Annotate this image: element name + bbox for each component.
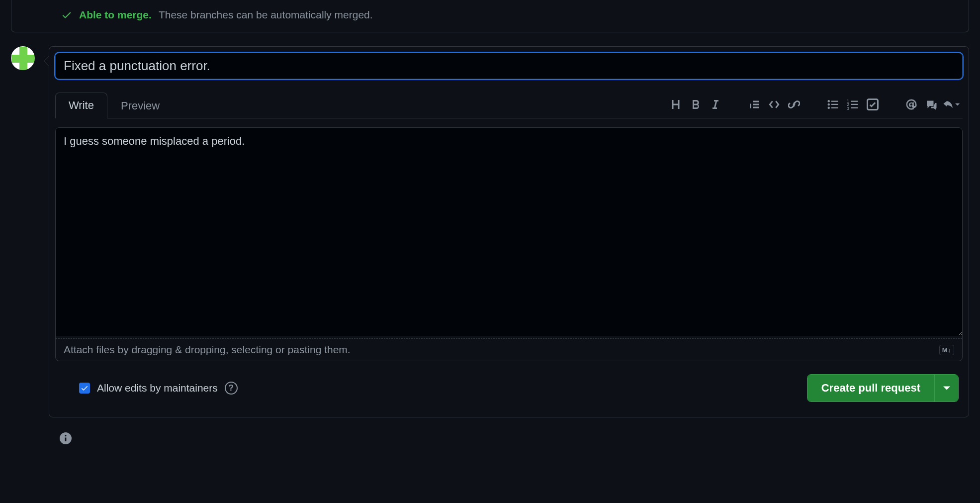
code-icon[interactable] [766, 96, 783, 113]
markdown-supported-icon[interactable]: M↓ [939, 345, 954, 355]
create-pr-button-group: Create pull request [807, 374, 959, 402]
italic-icon[interactable] [707, 96, 724, 113]
allow-edits-row: Allow edits by maintainers ? [79, 382, 238, 395]
markdown-toolbar: 123 [667, 96, 963, 118]
unordered-list-icon[interactable] [824, 96, 841, 113]
attach-files-hint: Attach files by dragging & dropping, sel… [64, 344, 351, 356]
avatar[interactable] [11, 46, 35, 70]
attach-files-row[interactable]: Attach files by dragging & dropping, sel… [56, 338, 962, 361]
ordered-list-icon[interactable]: 123 [844, 96, 861, 113]
comment-box: Attach files by dragging & dropping, sel… [55, 127, 963, 361]
task-list-icon[interactable] [864, 96, 881, 113]
bold-icon[interactable] [687, 96, 704, 113]
pr-body-textarea[interactable] [56, 128, 962, 336]
allow-edits-checkbox[interactable] [79, 383, 90, 394]
info-icon [60, 432, 72, 444]
pr-title-input[interactable] [55, 53, 963, 79]
actions-row: Allow edits by maintainers ? Create pull… [55, 374, 963, 402]
help-icon[interactable]: ? [225, 382, 238, 395]
heading-icon[interactable] [667, 96, 684, 113]
reply-icon[interactable] [943, 96, 960, 113]
cross-reference-icon[interactable] [923, 96, 940, 113]
compose-panel: Write Preview 123 [49, 46, 969, 417]
svg-point-1 [828, 103, 830, 106]
svg-point-2 [828, 107, 830, 109]
tab-write[interactable]: Write [55, 93, 107, 118]
merge-status-title: Able to merge. [79, 9, 152, 21]
check-icon [61, 9, 72, 20]
allow-edits-label: Allow edits by maintainers [97, 382, 218, 394]
create-pr-button[interactable]: Create pull request [807, 375, 934, 402]
mention-icon[interactable] [903, 96, 920, 113]
avatar-column [11, 46, 39, 417]
contributing-footnote [60, 432, 969, 444]
tab-preview[interactable]: Preview [107, 93, 173, 118]
create-pr-dropdown-button[interactable] [934, 375, 958, 402]
tab-toolbar: Write Preview 123 [55, 92, 963, 118]
quote-icon[interactable] [746, 96, 763, 113]
merge-status-desc: These branches can be automatically merg… [159, 9, 373, 21]
svg-text:3: 3 [847, 106, 849, 111]
link-icon[interactable] [786, 96, 802, 113]
svg-point-0 [828, 100, 830, 102]
merge-status-box: Able to merge. These branches can be aut… [11, 0, 969, 32]
compose-timeline: Write Preview 123 [11, 46, 969, 417]
